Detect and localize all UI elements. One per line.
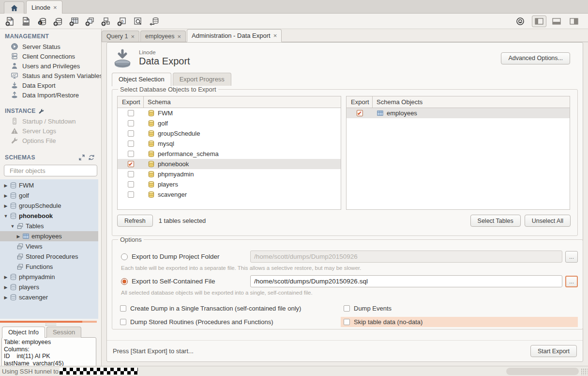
- tree-item-fwm[interactable]: ▶ FWM: [0, 180, 98, 190]
- options-group-title: Options: [118, 236, 144, 243]
- export-checkbox[interactable]: [128, 171, 134, 177]
- resize-grip[interactable]: [581, 368, 588, 375]
- create-view-icon[interactable]: [83, 15, 97, 28]
- tree-item-scavenger[interactable]: ▶ scavenger: [0, 292, 98, 302]
- unselect-all-button[interactable]: Unselect All: [525, 215, 571, 227]
- tree-item-golf[interactable]: ▶ golf: [0, 190, 98, 201]
- checkbox[interactable]: [120, 319, 126, 325]
- sidebar-item-data-import-restore[interactable]: Data Import/Restore: [0, 90, 101, 100]
- create-function-icon[interactable]: {): [115, 15, 129, 28]
- refresh-schemas-icon[interactable]: [89, 155, 94, 160]
- select-tables-button[interactable]: Select Tables: [470, 215, 521, 227]
- table-row[interactable]: FWM: [118, 108, 341, 118]
- sidebar-item-server-status[interactable]: Server Status: [0, 42, 101, 51]
- tree-item-players[interactable]: ▶ players: [0, 282, 98, 292]
- export-checkbox[interactable]: [128, 130, 134, 137]
- search-table-data-icon[interactable]: [131, 15, 145, 28]
- tab-close-icon[interactable]: ×: [178, 33, 181, 40]
- sidebar-item-startup-shutdown[interactable]: Startup / Shutdown: [0, 116, 101, 126]
- checkbox-single-transaction[interactable]: Create Dump in a Single Transaction (sel…: [117, 303, 341, 313]
- self-contained-browse-button[interactable]: ...: [565, 276, 578, 287]
- sidebar-item-data-export[interactable]: Data Export: [0, 80, 101, 90]
- tab-object-selection[interactable]: Object Selection: [112, 73, 171, 86]
- sidebar-item-options-file[interactable]: Options File: [0, 136, 101, 145]
- export-checkbox[interactable]: [128, 151, 134, 157]
- tab-object-info[interactable]: Object Info: [2, 327, 45, 338]
- checkbox-dump-events[interactable]: Dump Events: [341, 303, 578, 313]
- export-checkbox-checked[interactable]: ✔: [128, 161, 134, 167]
- checkbox[interactable]: [344, 319, 350, 325]
- create-procedure-icon[interactable]: [99, 15, 113, 28]
- toggle-right-sidebar-button[interactable]: [567, 16, 581, 27]
- dump-folder-radio[interactable]: [121, 253, 128, 260]
- horizontal-scrollbar[interactable]: [506, 368, 579, 375]
- sidebar-item-client-connections[interactable]: Client Connections: [0, 51, 101, 61]
- server-icon: [11, 117, 18, 125]
- tab-administration-data-export[interactable]: Administration - Data Export ×: [187, 29, 282, 42]
- tab-employees[interactable]: employees ×: [140, 31, 186, 42]
- tab-export-progress[interactable]: Export Progress: [173, 73, 231, 86]
- tree-item-phpmyadmin[interactable]: ▶ phpmyadmin: [0, 272, 98, 282]
- create-table-icon[interactable]: [67, 15, 81, 28]
- tab-session[interactable]: Session: [46, 327, 81, 338]
- export-checkbox[interactable]: [128, 110, 134, 116]
- tab-query-1[interactable]: Query 1 ×: [102, 31, 139, 42]
- advanced-options-button[interactable]: Advanced Options...: [501, 52, 570, 64]
- export-checkbox[interactable]: [128, 141, 134, 147]
- checkbox[interactable]: [344, 305, 350, 312]
- sidebar-item-status-system-variables[interactable]: Status and System Variables: [0, 71, 101, 80]
- tree-item-views[interactable]: Views: [0, 241, 98, 251]
- schema-icon: [148, 120, 155, 127]
- checkbox[interactable]: [120, 305, 126, 312]
- table-row[interactable]: mysql: [118, 139, 341, 149]
- tree-item-tables[interactable]: ▼ Tables: [0, 221, 98, 231]
- tree-item-functions[interactable]: Functions: [0, 262, 98, 272]
- splitter-grip[interactable]: [45, 324, 56, 326]
- connection-tab-close-icon[interactable]: ×: [53, 4, 57, 11]
- dump-folder-path-input[interactable]: [250, 251, 562, 263]
- export-checkbox[interactable]: [128, 181, 134, 188]
- self-contained-path-input[interactable]: [250, 275, 562, 287]
- tree-item-stored-procedures[interactable]: Stored Procedures: [0, 251, 98, 262]
- tree-item-phonebook[interactable]: ▼ phonebook: [0, 211, 98, 221]
- table-row-selected[interactable]: ✔ employees: [347, 108, 570, 118]
- tree-item-groupschedule[interactable]: ▶ groupSchedule: [0, 201, 98, 211]
- reconnect-database-icon[interactable]: [147, 15, 161, 28]
- expand-panel-icon[interactable]: [79, 155, 85, 160]
- connection-tab[interactable]: Linode ×: [26, 0, 62, 14]
- self-contained-radio[interactable]: [121, 278, 128, 285]
- table-row[interactable]: performance_schema: [118, 149, 341, 159]
- schema-filter-input[interactable]: [10, 167, 95, 174]
- open-sql-file-icon[interactable]: SQL: [19, 15, 33, 28]
- inspect-database-icon[interactable]: i: [35, 15, 49, 28]
- table-row[interactable]: phpmyadmin: [118, 169, 341, 179]
- table-row[interactable]: golf: [118, 118, 341, 128]
- tab-close-icon[interactable]: ×: [273, 32, 277, 39]
- export-checkbox[interactable]: [128, 191, 134, 198]
- home-tab[interactable]: [4, 1, 24, 14]
- sidebar-item-server-logs[interactable]: Server Logs: [0, 126, 101, 136]
- import-icon: [11, 91, 18, 99]
- tree-item-employees[interactable]: ▶ employees: [0, 231, 98, 241]
- create-schema-icon[interactable]: [51, 15, 65, 28]
- refresh-button[interactable]: Refresh: [117, 215, 153, 227]
- tables-folder-icon: [16, 243, 24, 250]
- table-row-selected[interactable]: ✔ phonebook: [118, 159, 341, 169]
- activity-indicator-icon[interactable]: [513, 15, 528, 28]
- table-icon: [377, 110, 384, 117]
- sidebar-splitter[interactable]: [0, 321, 97, 323]
- dump-folder-browse-button[interactable]: ...: [565, 251, 578, 263]
- table-row[interactable]: scavenger: [118, 189, 341, 200]
- toggle-left-sidebar-button[interactable]: [532, 16, 546, 27]
- table-row[interactable]: players: [118, 179, 341, 189]
- new-sql-tab-icon[interactable]: SQL: [3, 15, 17, 28]
- tab-close-icon[interactable]: ×: [131, 33, 135, 40]
- checkbox-dump-stored-routines[interactable]: Dump Stored Routines (Procedures and Fun…: [117, 317, 341, 327]
- export-checkbox-checked[interactable]: ✔: [357, 110, 363, 116]
- checkbox-skip-table-data[interactable]: Skip table data (no-data): [341, 317, 578, 327]
- start-export-button[interactable]: Start Export: [530, 345, 577, 357]
- toggle-bottom-panel-button[interactable]: [549, 16, 564, 27]
- sidebar-item-users-privileges[interactable]: Users and Privileges: [0, 61, 101, 71]
- table-row[interactable]: groupSchedule: [118, 128, 341, 139]
- export-checkbox[interactable]: [128, 120, 134, 126]
